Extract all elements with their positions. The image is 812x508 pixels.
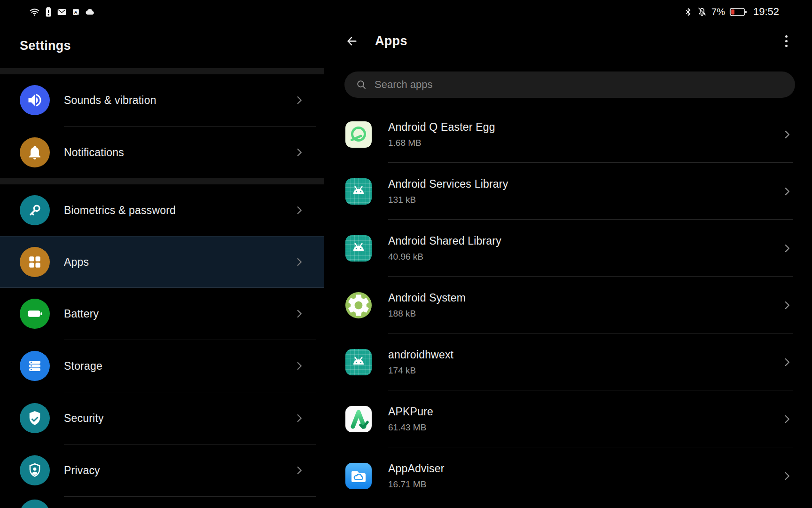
- status-icons-right: 7% 19:52: [684, 6, 779, 18]
- settings-header: Settings: [0, 24, 324, 68]
- chevron-right-icon: [293, 256, 305, 268]
- search-input[interactable]: [374, 78, 786, 91]
- app-size: 40.96 kB: [388, 252, 501, 262]
- search-bar[interactable]: [344, 71, 795, 98]
- app-name: Android Shared Library: [388, 235, 501, 247]
- apkpure-icon: [345, 406, 372, 432]
- app-row-android-system[interactable]: Android System 188 kB: [324, 277, 812, 333]
- app-name: Android System: [388, 292, 466, 304]
- sidebar-item-privacy[interactable]: Privacy: [0, 444, 324, 496]
- page-title: Apps: [375, 34, 407, 48]
- status-bar: A 7% 19:52: [0, 0, 812, 24]
- key-icon: [20, 195, 50, 225]
- apps-panel: Apps Android Q Easter Egg 1.68 MB Androi…: [324, 24, 812, 508]
- app-size: 1.68 MB: [388, 138, 495, 148]
- group-separator: [0, 178, 324, 184]
- battery-low-icon: [729, 7, 748, 17]
- app-name: androidhwext: [388, 349, 453, 361]
- chevron-right-icon: [293, 94, 305, 106]
- chevron-right-icon: [293, 146, 305, 159]
- storage-icon: [20, 351, 50, 381]
- settings-panel: Settings Sounds & vibration Notification…: [0, 24, 324, 508]
- chevron-right-icon: [781, 299, 793, 311]
- battery-icon: [20, 299, 50, 329]
- app-name: APKPure: [388, 405, 433, 418]
- chevron-right-icon: [781, 242, 793, 254]
- sidebar-item-partial[interactable]: [0, 497, 324, 508]
- speaker-icon: [20, 85, 50, 115]
- chevron-right-icon: [293, 412, 305, 424]
- svg-text:A: A: [74, 9, 78, 14]
- appadviser-icon: [345, 463, 372, 489]
- bell-icon: [20, 137, 50, 167]
- notifications-off-icon: [697, 7, 707, 17]
- app-size: 188 kB: [388, 309, 466, 319]
- app-name: Android Q Easter Egg: [388, 121, 495, 134]
- android-grid-icon: [345, 349, 372, 375]
- app-row-android-q-easter-egg[interactable]: Android Q Easter Egg 1.68 MB: [324, 106, 812, 163]
- sidebar-item-storage[interactable]: Storage: [0, 340, 324, 392]
- app-size: 131 kB: [388, 195, 508, 205]
- chevron-right-icon: [293, 204, 305, 216]
- chevron-right-icon: [781, 470, 793, 482]
- app-list: Android Q Easter Egg 1.68 MB Android Ser…: [324, 106, 812, 504]
- mail-icon: [57, 7, 67, 17]
- chevron-right-icon: [293, 360, 305, 372]
- sidebar-item-notifications[interactable]: Notifications: [0, 127, 324, 178]
- android-grid-icon: [345, 235, 372, 262]
- status-time: 19:52: [753, 6, 779, 18]
- cloud-icon: [85, 7, 95, 17]
- app-row-appadviser[interactable]: AppAdviser 16.71 MB: [324, 447, 812, 504]
- settings-title: Settings: [20, 39, 71, 53]
- apk-file-icon: A: [72, 8, 80, 16]
- sidebar-item-sounds-vibration[interactable]: Sounds & vibration: [0, 74, 324, 126]
- shield-person-icon: [20, 455, 50, 485]
- chevron-right-icon: [781, 413, 793, 425]
- partial-icon: [20, 500, 50, 508]
- settings-menu: Sounds & vibration Notifications Biometr…: [0, 74, 324, 508]
- sidebar-item-biometrics-password[interactable]: Biometrics & password: [0, 184, 324, 236]
- app-row-androidhwext[interactable]: androidhwext 174 kB: [324, 333, 812, 390]
- app-size: 16.71 MB: [388, 479, 445, 490]
- chevron-right-icon: [781, 185, 793, 198]
- app-row-android-services-library[interactable]: Android Services Library 131 kB: [324, 163, 812, 220]
- app-size: 61.43 MB: [388, 422, 433, 433]
- chevron-right-icon: [781, 128, 793, 141]
- more-options-button[interactable]: [783, 33, 789, 49]
- chevron-right-icon: [293, 464, 305, 476]
- battery-alert-icon: [45, 7, 52, 17]
- sidebar-item-security[interactable]: Security: [0, 392, 324, 444]
- group-separator: [0, 68, 324, 74]
- app-row-android-shared-library[interactable]: Android Shared Library 40.96 kB: [324, 220, 812, 277]
- status-right-icon-group: [684, 7, 707, 17]
- android-system-icon: [345, 292, 372, 318]
- screen: A 7% 19:52 Settings Sounds & vibration N…: [0, 0, 812, 508]
- shield-check-icon: [20, 403, 50, 433]
- app-row-apkpure[interactable]: APKPure 61.43 MB: [324, 390, 812, 447]
- android-q-icon: [345, 121, 372, 148]
- wifi-icon: [29, 7, 40, 17]
- chevron-right-icon: [781, 356, 793, 368]
- status-icons-left: A: [29, 7, 95, 17]
- grid-icon: [20, 247, 50, 277]
- sidebar-item-apps[interactable]: Apps: [0, 236, 324, 288]
- sidebar-item-battery[interactable]: Battery: [0, 288, 324, 340]
- apps-header: Apps: [324, 24, 812, 59]
- search-icon: [356, 79, 367, 90]
- battery-percent-text: 7%: [711, 7, 725, 17]
- android-grid-icon: [345, 178, 372, 205]
- divider: [388, 504, 793, 504]
- back-button[interactable]: [344, 34, 359, 48]
- app-name: Android Services Library: [388, 178, 508, 190]
- bluetooth-icon: [684, 7, 693, 17]
- app-name: AppAdviser: [388, 462, 445, 475]
- app-size: 174 kB: [388, 365, 453, 376]
- chevron-right-icon: [293, 308, 305, 320]
